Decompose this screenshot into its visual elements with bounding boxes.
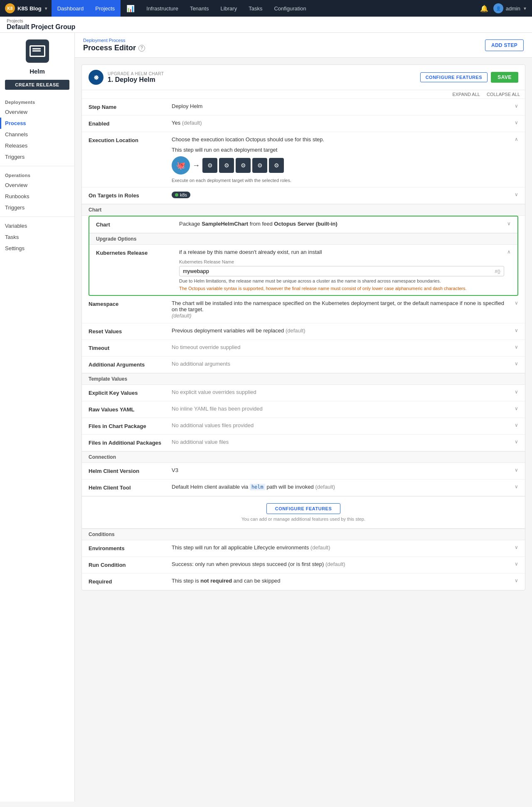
sidebar-item-variables[interactable]: Variables [0,220,74,231]
files-additional-row: Files in Additional Packages No addition… [82,435,525,451]
connection-section: Connection [82,451,525,463]
brand-logo[interactable]: K8 K8S Blog ▼ [5,3,48,13]
execution-location-chevron[interactable]: ∧ [510,136,518,142]
explicit-key-values-row: Explicit Key Values No explicit value ov… [82,385,525,401]
collapse-all-link[interactable]: COLLAPSE ALL [487,92,520,97]
enabled-chevron[interactable]: ∨ [510,120,518,125]
helm-client-tool-chevron[interactable]: ∨ [510,484,518,490]
breadcrumb-title: Default Project Group [7,23,525,31]
helm-client-tool-value: Default Helm client available via helm p… [172,484,510,490]
required-value: This step is not required and can be ski… [172,578,510,584]
run-condition-chevron[interactable]: ∨ [510,561,518,567]
exec-target-1: ⚙ [202,158,217,173]
sidebar-item-releases[interactable]: Releases [0,140,74,151]
helm-client-version-chevron[interactable]: ∨ [510,467,518,473]
nav-item-configuration[interactable]: Configuration [268,0,312,17]
sidebar-item-ops-triggers[interactable]: Triggers [0,202,74,213]
run-condition-label: Run Condition [89,561,172,568]
timeout-chevron[interactable]: ∨ [510,344,518,350]
expand-all-link[interactable]: EXPAND ALL [452,92,480,97]
nav-item-infrastructure[interactable]: Infrastructure [140,0,184,17]
user-menu[interactable]: 👤 admin ▼ [493,3,527,13]
help-icon[interactable]: ? [138,45,145,52]
create-release-button[interactable]: CREATE RELEASE [5,80,69,90]
add-step-button[interactable]: ADD STEP [485,39,524,51]
exec-target-5: ⚙ [269,158,284,173]
raw-values-yaml-chevron[interactable]: ∨ [510,406,518,411]
notification-icon[interactable]: 🔔 [480,5,488,12]
nav-item-projects[interactable]: Projects [89,0,121,17]
chart-section-label: Chart [82,204,525,216]
on-targets-row: On Targets in Roles k8s ∨ [82,187,525,204]
sidebar-item-channels[interactable]: Channels [0,129,74,140]
environments-chevron[interactable]: ∨ [510,544,518,550]
helm-client-tool-label: Helm Client Tool [89,484,172,491]
k8s-release-input-row: #{} [179,266,504,276]
brand-chevron: ▼ [44,6,48,11]
namespace-chevron[interactable]: ∨ [510,300,518,306]
chart-section-border: Chart Package SampleHelmChart from feed … [89,216,518,296]
sidebar-section-operations: Operations [0,170,74,180]
sidebar-item-tasks[interactable]: Tasks [0,231,74,243]
role-badge-k8s: k8s [172,192,190,198]
nav-right-area: 🔔 👤 admin ▼ [480,3,527,13]
step-name-row: Step Name Deploy Helm ∨ [82,99,525,116]
user-name: admin [506,5,520,12]
sidebar-section-deployments: Deployments [0,96,74,106]
configure-features-button-bottom[interactable]: CONFIGURE FEATURES [266,503,341,514]
k8s-release-name-input[interactable] [183,268,495,274]
required-chevron[interactable]: ∨ [510,578,518,583]
step-name-text: Deploy Helm [115,76,155,83]
conditions-section: Conditions [82,529,525,540]
brand-icon: K8 [5,3,15,13]
nav-item-tenants[interactable]: Tenants [184,0,215,17]
on-targets-chevron[interactable]: ∨ [510,192,518,197]
configure-features-desc: You can add or manage additional feature… [241,517,365,522]
files-additional-value: No additional value files [172,439,510,445]
exec-roles-note: Execute on each deployment target with t… [172,178,518,183]
step-card-header: UPGRADE A HELM CHART 1. Deploy Helm CONF… [82,65,525,90]
sidebar-item-process[interactable]: Process [0,118,74,129]
chart-chevron[interactable]: ∨ [502,221,511,226]
step-name-header: 1. Deploy Helm [108,76,420,84]
configure-features-button-top[interactable]: CONFIGURE FEATURES [420,72,488,82]
helm-client-version-row: Helm Client Version V3 ∨ [82,463,525,480]
chart-row: Chart Package SampleHelmChart from feed … [89,217,517,233]
explicit-key-values-chevron[interactable]: ∨ [510,389,518,395]
on-targets-label: On Targets in Roles [89,192,172,199]
nav-item-library[interactable]: Library [214,0,243,17]
k8s-release-chevron[interactable]: ∧ [502,249,511,255]
nav-item-monitor[interactable]: 📊 [121,0,140,17]
brand-name: K8S Blog [17,5,42,12]
run-condition-default: (default) [325,561,345,567]
required-bold-text: not required [200,578,232,584]
reset-values-label: Reset Values [89,327,172,335]
step-header-info: UPGRADE A HELM CHART 1. Deploy Helm [108,71,420,84]
additional-args-chevron[interactable]: ∨ [510,361,518,367]
additional-args-row: Additional Arguments No additional argum… [82,357,525,373]
nav-item-dashboard[interactable]: Dashboard [52,0,90,17]
exec-target-3: ⚙ [236,158,251,173]
save-button[interactable]: SAVE [491,72,518,83]
files-chart-chevron[interactable]: ∨ [510,422,518,428]
explicit-key-values-value: No explicit value overrides supplied [172,389,510,395]
nav-item-tasks[interactable]: Tasks [243,0,268,17]
step-name-chevron[interactable]: ∨ [510,103,518,109]
reset-values-chevron[interactable]: ∨ [510,327,518,333]
user-avatar: 👤 [493,3,503,13]
execution-location-row: Execution Location Choose the execution … [82,132,525,187]
sidebar-item-overview[interactable]: Overview [0,106,74,118]
helm-client-tool-row: Helm Client Tool Default Helm client ava… [82,480,525,496]
files-chart-value: No additional values files provided [172,422,510,428]
step-name-label: Step Name [89,103,172,110]
sidebar-item-settings[interactable]: Settings [0,243,74,254]
files-additional-chevron[interactable]: ∨ [510,439,518,445]
sidebar-item-ops-overview[interactable]: Overview [0,180,74,191]
project-icon-inner [30,45,45,57]
sidebar-item-runbooks[interactable]: Runbooks [0,191,74,202]
environments-value: This step will run for all applicable Li… [172,544,510,551]
additional-args-value: No additional arguments [172,361,510,367]
sidebar-item-triggers[interactable]: Triggers [0,151,74,162]
execution-location-sub-desc: This step will run on each deployment ta… [172,147,518,153]
process-breadcrumb: Deployment Process [83,38,145,43]
